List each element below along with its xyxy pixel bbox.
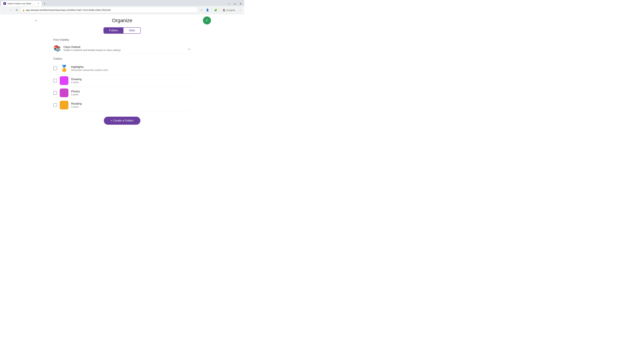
visibility-text: Class Default Visible to students and fa…: [64, 45, 120, 51]
photos-info: Photos 0 posts: [71, 90, 80, 96]
extensions-btn[interactable]: 🧩: [213, 7, 218, 13]
address-bar-wrap: 🔒: [20, 7, 198, 13]
reading-name: Reading: [71, 102, 82, 105]
folder-item-drawing: Drawing 4 posts: [53, 75, 191, 87]
photos-name: Photos: [71, 90, 80, 93]
tab-toggle-section: Folders Skills: [53, 27, 191, 34]
photos-checkbox[interactable]: [53, 91, 57, 95]
reading-checkbox[interactable]: [53, 103, 57, 107]
divider: [212, 8, 212, 12]
highlights-checkbox[interactable]: [53, 66, 57, 70]
tab-title: Select Folders and Skills - Sees...: [8, 2, 36, 5]
minimize-btn[interactable]: ─: [227, 1, 232, 6]
close-window-btn[interactable]: ✕: [238, 1, 243, 6]
skills-tab[interactable]: Skills: [124, 28, 140, 33]
book-icon-wrap: 📚: [53, 45, 61, 52]
drawing-subtitle: 4 posts: [71, 81, 82, 84]
reading-subtitle: 0 posts: [71, 105, 82, 108]
incognito-badge[interactable]: 🕵 Incognito: [221, 8, 237, 12]
browser-actions: ☆ 👤 🧩 🕵 Incognito ⋮: [199, 7, 243, 13]
folders-tab[interactable]: Folders: [104, 28, 124, 33]
folder-item-photos: Photos 0 posts: [53, 87, 191, 99]
highlights-info: Highlights Showcase noteworthy student w…: [71, 65, 108, 71]
new-tab-btn[interactable]: +: [42, 1, 47, 6]
browser-chrome: S Select Folders and Skills - Sees... ✕ …: [0, 0, 244, 14]
back-nav-btn[interactable]: ←: [1, 7, 7, 13]
highlights-star-icon: 🏅: [60, 65, 68, 72]
visibility-left: 📚 Class Default Visible to students and …: [53, 45, 120, 52]
highlights-name: Highlights: [71, 65, 108, 69]
active-tab[interactable]: S Select Folders and Skills - Sees... ✕: [1, 1, 42, 6]
photos-icon-wrap: [60, 88, 68, 97]
confirm-button[interactable]: ✓: [203, 16, 211, 24]
folders-section-label: Folders: [53, 57, 191, 60]
visibility-row[interactable]: 📚 Class Default Visible to students and …: [53, 43, 191, 54]
highlights-subtitle: Showcase noteworthy student work: [71, 69, 108, 71]
folder-item-reading: Reading 0 posts: [53, 99, 191, 111]
photos-subtitle: 0 posts: [71, 93, 80, 96]
visibility-title: Class Default: [64, 45, 120, 49]
drawing-name: Drawing: [71, 78, 82, 81]
forward-nav-btn[interactable]: →: [8, 7, 13, 13]
highlights-icon-wrap: 🏅: [60, 64, 68, 73]
incognito-icon: 🕵: [223, 9, 226, 11]
page-content: ← Organize ✓ Folders Skills Post Visibil…: [46, 14, 198, 128]
reading-icon-wrap: [60, 101, 68, 109]
visibility-description: Visible to students and families based o…: [64, 49, 120, 51]
toggle-group: Folders Skills: [104, 27, 141, 34]
tab-bar: S Select Folders and Skills - Sees... ✕ …: [0, 0, 244, 6]
page-title: Organize: [112, 17, 132, 23]
secure-icon: 🔒: [22, 9, 25, 11]
incognito-label: Incognito: [226, 9, 235, 11]
folder-item-highlights: 🏅 Highlights Showcase noteworthy student…: [53, 62, 191, 75]
profile-btn[interactable]: 👤: [205, 7, 210, 13]
reading-info: Reading 0 posts: [71, 102, 82, 108]
drawing-icon-wrap: [60, 76, 68, 85]
page-header: ← Organize ✓: [53, 17, 191, 23]
tab-favicon: S: [3, 2, 6, 5]
tab-close-btn[interactable]: ✕: [37, 2, 40, 5]
address-input[interactable]: [20, 7, 198, 13]
book-icon: 📚: [53, 45, 61, 52]
drawing-checkbox[interactable]: [53, 79, 57, 82]
drawing-info: Drawing 4 posts: [71, 78, 82, 84]
window-controls: ─ ▭ ✕: [227, 1, 243, 6]
create-folder-section: + Create a Folder!: [53, 117, 191, 125]
chevron-down-icon: ⌄: [188, 46, 191, 51]
bookmark-btn[interactable]: ☆: [199, 7, 204, 13]
menu-btn[interactable]: ⋮: [238, 7, 243, 13]
maximize-btn[interactable]: ▭: [232, 1, 237, 6]
reload-btn[interactable]: ↻: [14, 7, 20, 13]
address-bar-row: ← → ↻ 🔒 ☆ 👤 🧩 🕵 Incognito ⋮: [0, 6, 244, 14]
back-button[interactable]: ←: [33, 17, 39, 23]
create-folder-button[interactable]: + Create a Folder!: [104, 117, 140, 125]
post-visibility-label: Post Visibility: [53, 38, 191, 41]
